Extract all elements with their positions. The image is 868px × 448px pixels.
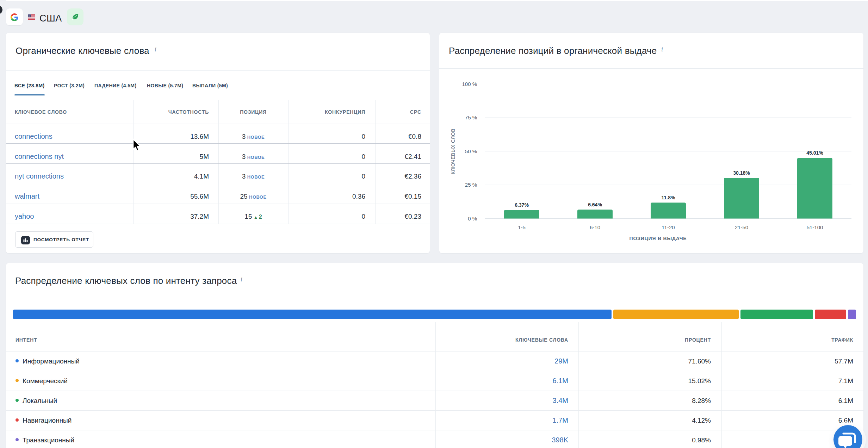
svg-text:6.37%: 6.37% [515, 202, 529, 208]
svg-text:11.8%: 11.8% [662, 195, 675, 200]
svg-text:45.01%: 45.01% [806, 150, 823, 156]
svg-text:11-20: 11-20 [662, 224, 675, 230]
svg-text:100 %: 100 % [462, 81, 477, 87]
svg-text:21-50: 21-50 [735, 224, 748, 230]
svg-text:25 %: 25 % [465, 182, 477, 188]
svg-text:1-5: 1-5 [518, 224, 526, 230]
svg-text:75 %: 75 % [465, 114, 477, 120]
svg-text:6-10: 6-10 [590, 224, 600, 230]
svg-text:30.18%: 30.18% [733, 170, 750, 176]
svg-text:КЛЮЧЕВЫХ СЛОВ: КЛЮЧЕВЫХ СЛОВ [450, 129, 456, 174]
svg-text:ПОЗИЦИЯ В ВЫДАЧЕ: ПОЗИЦИЯ В ВЫДАЧЕ [630, 236, 687, 241]
svg-text:0 %: 0 % [468, 216, 477, 222]
svg-text:51-100: 51-100 [807, 224, 823, 230]
svg-text:6.64%: 6.64% [588, 202, 602, 207]
svg-text:50 %: 50 % [465, 148, 477, 154]
